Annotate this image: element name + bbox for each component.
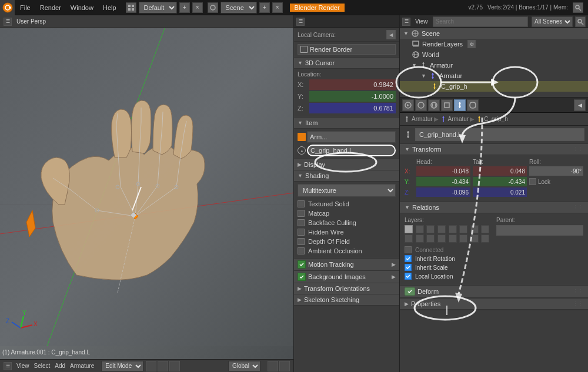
parent-input[interactable] (496, 225, 583, 236)
search-icon[interactable] (573, 2, 583, 13)
outliner-world-item[interactable]: World (400, 49, 588, 60)
viewport-content[interactable]: X Y Z (0, 28, 293, 359)
collapse-icon[interactable]: ◀ (574, 99, 586, 111)
viewport-add-btn[interactable]: Add (55, 363, 65, 369)
outliner-scene-item[interactable]: ▼ Scene (400, 28, 588, 39)
layer-btn-1[interactable] (405, 225, 413, 233)
connected-checkbox[interactable] (405, 246, 412, 253)
transform-section-header[interactable]: ▼ Transform ⋮⋮ (400, 144, 588, 155)
item-field2[interactable]: C_grip_hand.L (307, 145, 396, 156)
display-section-header[interactable]: ▶ Display (294, 159, 399, 170)
snap-btn[interactable] (268, 361, 278, 371)
layer-btn-5[interactable] (449, 225, 457, 233)
head-x-input[interactable] (416, 166, 470, 176)
layer-btn-10[interactable] (416, 234, 424, 243)
layer-btn-12[interactable] (437, 234, 446, 243)
viewport-view-btn[interactable]: View (16, 363, 29, 369)
menu-window[interactable]: Window (66, 0, 98, 15)
viewport-footer-menu[interactable]: ☰ (4, 362, 12, 370)
motion-tracking-toggle[interactable] (298, 260, 306, 269)
z-location-input[interactable] (309, 103, 396, 113)
layer-btn-13[interactable] (449, 234, 457, 243)
props-menu-icon[interactable]: ☰ (296, 18, 305, 26)
depth-field-checkbox[interactable] (298, 238, 305, 245)
outliner-search-input[interactable] (433, 16, 529, 27)
bone-data-icon[interactable] (454, 99, 466, 111)
background-images-header[interactable]: Background Images ▶ (294, 271, 399, 283)
layer-btn-3[interactable] (426, 225, 435, 233)
layer-btn-14[interactable] (459, 234, 467, 243)
renderlayers-options-icon[interactable]: ⚙ (467, 40, 476, 48)
menu-file[interactable]: File (15, 0, 35, 15)
object-props-icon[interactable] (441, 99, 453, 111)
inherit-rotation-checkbox[interactable] (405, 255, 412, 262)
render-props-icon[interactable] (402, 99, 414, 111)
layer-btn-4[interactable] (437, 225, 446, 233)
layer-btn-2[interactable] (416, 225, 424, 233)
mode-select[interactable]: Edit Mode (101, 361, 143, 371)
menu-render[interactable]: Render (35, 0, 66, 15)
remove-scene-btn[interactable]: × (272, 2, 283, 13)
layer-btn-8[interactable] (481, 225, 489, 233)
viewport-menu-icon[interactable]: ☰ (4, 18, 12, 26)
engine-select[interactable]: Blender Render (290, 4, 345, 12)
outliner-view-btn[interactable]: View (412, 16, 432, 27)
local-location-checkbox[interactable] (405, 273, 412, 280)
viewport-select-btn[interactable]: Select (34, 363, 51, 369)
layer-btn-16[interactable] (481, 234, 489, 243)
outliner-bone-item[interactable]: C_grip_h (400, 81, 588, 92)
transform-orientations-header[interactable]: ▶ Transform Orientations (294, 283, 399, 294)
tail-x-input[interactable] (473, 166, 527, 176)
layer-btn-9[interactable] (405, 234, 413, 243)
x-location-input[interactable] (309, 79, 396, 90)
tail-z-input[interactable] (473, 187, 527, 197)
scene-props-icon[interactable] (415, 99, 427, 111)
inherit-scale-checkbox[interactable] (405, 264, 412, 271)
outliner-scene-select[interactable]: All Scenes (532, 16, 573, 27)
relations-section-header[interactable]: ▼ Relations ⋮⋮ (400, 202, 588, 213)
layout-select[interactable]: Default (139, 2, 177, 14)
outliner-armature2-item[interactable]: ▼ Armatur (400, 71, 588, 81)
item-field1[interactable]: Arm... (307, 131, 396, 143)
cursor-section-header[interactable]: ▼ 3D Cursor (294, 58, 399, 69)
deform-section-header[interactable]: Deform ⋮⋮ (400, 286, 588, 298)
bprops-section-header[interactable]: ▶ Properties ⋮⋮ (400, 299, 588, 310)
layer-btn-11[interactable] (426, 234, 435, 243)
viewport-armature-btn[interactable]: Armature (70, 363, 94, 369)
outliner-menu-icon[interactable]: ☰ (402, 18, 410, 26)
matcap-checkbox[interactable] (298, 210, 305, 217)
backface-checkbox[interactable] (298, 219, 305, 226)
y-location-input[interactable] (309, 91, 396, 102)
outliner-renderlayers-item[interactable]: RenderLayers ⚙ (400, 39, 588, 49)
shading-mode-select[interactable]: Multitexture (298, 184, 396, 197)
global-select[interactable]: Global (228, 361, 260, 371)
world-props-icon[interactable] (428, 99, 440, 111)
layer-btn-6[interactable] (459, 225, 467, 233)
add-scene-btn[interactable]: + (259, 2, 270, 13)
shading-section-header[interactable]: ▼ Shading (294, 170, 399, 182)
constraints-icon[interactable] (467, 99, 479, 111)
item-section-header[interactable]: ▼ Item (294, 118, 399, 129)
menu-help[interactable]: Help (98, 0, 121, 15)
roll-input[interactable] (529, 166, 583, 176)
layer-btn-15[interactable] (470, 234, 479, 243)
proportional-btn[interactable] (279, 361, 290, 371)
wireframe-btn[interactable] (146, 361, 156, 371)
tail-y-input[interactable] (473, 177, 527, 186)
outliner-armature1-item[interactable]: ▼ Armatur (400, 60, 588, 71)
bone-name-input[interactable] (415, 128, 584, 141)
scene-select[interactable]: Scene (220, 2, 257, 14)
layer-btn-7[interactable] (470, 225, 479, 233)
local-camera-toggle[interactable]: ◀ (386, 30, 396, 39)
motion-tracking-header[interactable]: Motion Tracking ▶ (294, 259, 399, 270)
skeleton-sketching-header[interactable]: ▶ Skeleton Sketching (294, 294, 399, 305)
onion-btn[interactable] (158, 361, 168, 371)
deform-toggle-btn[interactable] (405, 287, 415, 296)
textured-solid-checkbox[interactable] (298, 200, 305, 207)
lock-checkbox[interactable] (529, 178, 536, 185)
head-z-input[interactable] (416, 187, 470, 197)
outliner-search-icon[interactable] (575, 16, 586, 27)
add-layout-btn[interactable]: + (179, 2, 190, 13)
render-border-btn[interactable]: Render Border (298, 44, 396, 55)
head-y-input[interactable] (416, 177, 470, 186)
